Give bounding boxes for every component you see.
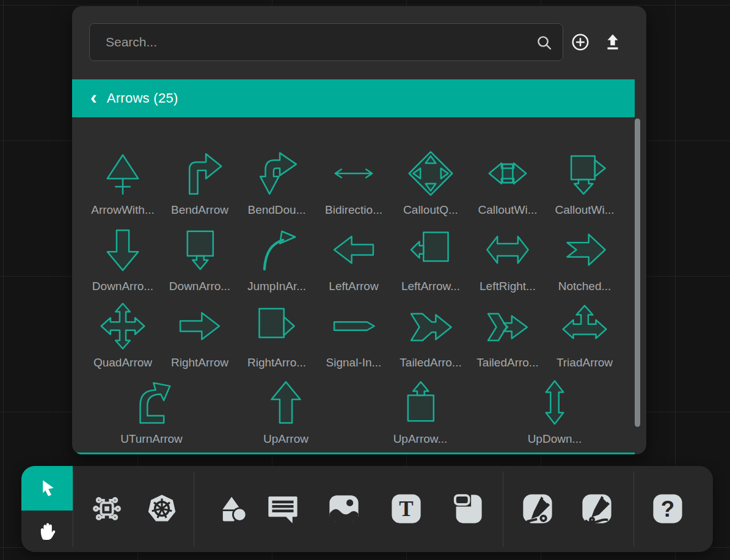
shape-preview [97, 296, 148, 356]
shape-item[interactable]: RightArrow [161, 296, 238, 372]
connector-pen-button[interactable] [520, 492, 555, 526]
search-input[interactable] [104, 34, 531, 50]
back-chevron-icon[interactable]: ‹ [90, 87, 97, 107]
shape-item[interactable]: TriadArrow [546, 296, 623, 372]
shape-item[interactable]: QuadArrow [84, 296, 161, 372]
shape-item[interactable]: LeftRight... [469, 219, 546, 296]
shape-preview [559, 219, 610, 280]
shape-item[interactable]: LeftArrow [315, 219, 392, 296]
left-arrow-callout-icon [405, 224, 456, 275]
shape-label: QuadArrow [93, 356, 152, 372]
shape-item[interactable]: JumpInAr... [238, 219, 315, 296]
shape-item[interactable]: BendArrow [161, 143, 238, 219]
shape-item[interactable]: TailedArro... [392, 296, 469, 372]
down-arrow-icon [97, 224, 148, 275]
shape-item[interactable]: Signal-In... [315, 296, 392, 372]
text-button[interactable]: T [389, 492, 423, 526]
upload-button[interactable] [600, 29, 626, 55]
note-button[interactable] [450, 492, 484, 526]
callout-left-right-arrow-icon [482, 148, 533, 199]
tailed-arrow-block-icon [405, 300, 456, 352]
shape-row: UTurnArrowUpArrowUpArrow...UpDown... [72, 372, 646, 448]
image-icon [327, 492, 361, 526]
shape-item[interactable]: DownArro... [161, 219, 238, 296]
shape-library-panel: ‹ Arrows (25) ArrowWith...BendArrowBendD… [72, 6, 646, 454]
basic-shapes-button[interactable] [215, 492, 249, 526]
shape-row: ArrowWith...BendArrowBendDou...Bidirecti… [72, 143, 646, 219]
shape-item[interactable]: CalloutWi... [469, 143, 546, 219]
shape-item[interactable]: LeftArrow... [392, 219, 469, 296]
shape-preview [174, 296, 225, 356]
shape-row: DownArro...DownArro...JumpInAr...LeftArr… [72, 219, 646, 296]
shape-item[interactable]: ArrowWith... [84, 143, 161, 219]
up-arrow-callout-icon [395, 377, 446, 428]
shape-preview [251, 219, 302, 280]
shape-label: Signal-In... [326, 356, 382, 372]
shape-item[interactable]: UpArrow... [353, 372, 487, 448]
svg-text:T: T [399, 497, 413, 521]
cursor-icon [36, 478, 58, 500]
shape-label: ArrowWith... [91, 203, 154, 219]
comment-button[interactable] [266, 492, 300, 526]
shape-preview [482, 296, 533, 356]
text-icon: T [389, 492, 423, 526]
plus-circle-icon [570, 32, 591, 53]
toolbar-divider [503, 471, 503, 547]
category-label: Arrows (25) [107, 90, 178, 106]
connector-pen-icon [520, 492, 555, 526]
upload-icon [602, 32, 623, 53]
shape-item[interactable]: DownArro... [84, 219, 161, 296]
select-tool-button[interactable] [21, 466, 73, 511]
circuit-shapes-button[interactable] [90, 492, 124, 526]
right-arrow-callout-icon [251, 300, 302, 352]
add-shape-button[interactable] [568, 29, 593, 55]
shape-label: LeftArrow... [401, 280, 460, 296]
shape-preview [559, 296, 610, 356]
shape-preview [405, 143, 456, 203]
shape-item[interactable]: TailedArro... [469, 296, 546, 372]
shape-item[interactable]: CalloutWi... [546, 143, 623, 219]
shape-item[interactable]: RightArro... [238, 296, 315, 372]
next-category-peek [72, 453, 635, 454]
shape-item[interactable]: UTurnArrow [84, 372, 219, 448]
shape-label: LeftRight... [480, 280, 536, 296]
right-arrow-icon [174, 300, 225, 352]
search-icon [535, 33, 554, 53]
shape-item[interactable]: Notched... [546, 219, 623, 296]
shape-preview [328, 219, 379, 280]
shape-label: UTurnArrow [120, 432, 183, 448]
shape-preview [559, 143, 610, 203]
kubernetes-shapes-button[interactable] [145, 492, 179, 526]
shape-label: JumpInAr... [247, 280, 306, 296]
notched-right-arrow-icon [559, 224, 610, 275]
category-header[interactable]: ‹ Arrows (25) [72, 79, 635, 117]
shape-item[interactable]: CalloutQ... [392, 143, 469, 219]
shape-label: UpArrow [263, 432, 308, 448]
jump-in-arrow-icon [251, 224, 302, 275]
shape-row: QuadArrowRightArrowRightArro...Signal-In… [72, 296, 646, 372]
quad-arrow-icon [97, 300, 148, 352]
down-arrow-callout-icon [174, 224, 225, 275]
bidirectional-arrow-icon [328, 148, 379, 199]
shape-item[interactable]: BendDou... [238, 143, 315, 219]
pan-tool-button[interactable] [21, 511, 73, 552]
scrollbar-thumb[interactable] [635, 118, 640, 427]
shape-label: DownArro... [169, 280, 230, 296]
shape-preview [405, 219, 456, 280]
callout-quad-arrow-icon [405, 148, 456, 199]
freehand-pen-button[interactable] [580, 492, 614, 526]
pointer-tool-group [21, 466, 73, 552]
left-right-arrow-icon [482, 224, 533, 275]
shape-grid: ArrowWith...BendArrowBendDou...Bidirecti… [72, 117, 646, 454]
shapes-icon [215, 492, 249, 526]
shape-item[interactable]: Bidirectio... [315, 143, 392, 219]
canvas[interactable]: ‹ Arrows (25) ArrowWith...BendArrowBendD… [0, 0, 730, 560]
image-button[interactable] [327, 492, 361, 526]
shape-preview [251, 296, 302, 356]
shape-item[interactable]: UpDown... [487, 372, 622, 448]
shape-preview [482, 219, 533, 280]
shape-item[interactable]: UpArrow [219, 372, 353, 448]
help-button[interactable]: ? [651, 492, 685, 526]
left-arrow-icon [328, 224, 379, 275]
shape-preview [97, 143, 148, 203]
